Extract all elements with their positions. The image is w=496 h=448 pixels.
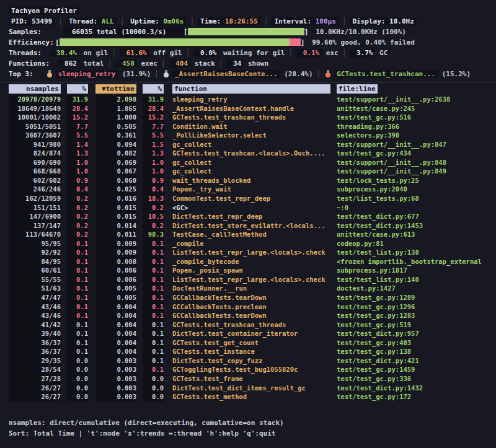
cell-file-line: test/test_gc.py:1296: [337, 302, 415, 312]
separator: │: [215, 59, 227, 68]
stat-value: 100µs: [316, 17, 336, 25]
table-row: 151/1510.20.0150.2<GC>~:0: [0, 203, 496, 213]
column-header-pct_cumulative[interactable]: %: [143, 84, 164, 94]
cell-nsamples: 3607/3607: [9, 131, 61, 140]
cell-pct-cumulative: 0.1: [143, 275, 164, 284]
cell-file-line: test/support/__init__.py:2638: [337, 95, 450, 104]
column-header-tottime[interactable]: ▼tottime: [95, 84, 136, 94]
stat-uptime: Uptime: 0m06s: [128, 17, 186, 25]
stat-pid: PID: 53499: [9, 17, 55, 25]
table-row: 246/2460.40.0250.4Popen._try_waitsubproc…: [0, 185, 496, 194]
cell-function: _compile: [172, 239, 330, 248]
functions-value: 862: [58, 59, 79, 68]
cell-pct-cumulative: 0.1: [143, 338, 164, 348]
cell-nsamples: 43/46: [9, 311, 61, 320]
cell-pct-direct: 0.2: [67, 230, 88, 239]
cell-file-line: threading.py:366: [337, 122, 399, 131]
cell-function: ListTest.test_repr_large.<locals>.check: [172, 248, 330, 257]
cell-pct-cumulative: 0.1: [143, 329, 164, 338]
table-header-row: nsamples%▼tottime%functionfile:line: [0, 84, 496, 95]
cell-nsamples: 113/64670: [9, 230, 61, 239]
cell-file-line: test/support/__init__.py:847: [337, 140, 446, 149]
table-row: 137/1470.20.0140.2DictTest.test_store_ev…: [0, 221, 496, 231]
cell-pct-direct: 15.2: [67, 113, 88, 122]
cell-pct-cumulative: 0.0: [143, 392, 164, 402]
threads-value: 0.1%: [296, 49, 322, 57]
threads-value: 61.6%: [120, 49, 149, 57]
cell-function: Popen._posix_spawn: [172, 266, 330, 275]
cell-pct-direct: 0.1: [67, 239, 88, 248]
cell-pct-cumulative: 1.0: [143, 167, 164, 176]
cell-function: _compile_bytecode: [172, 257, 330, 266]
cell-pct-cumulative: 0.1: [143, 302, 164, 312]
cell-pct-direct: 0.1: [67, 248, 88, 257]
cell-tottime: 0.005: [95, 284, 136, 293]
cell-tottime: 0.067: [95, 167, 136, 176]
column-header-pct_direct[interactable]: %: [67, 84, 88, 94]
cell-function: DocTestRunner.__run: [172, 284, 330, 293]
cell-tottime: 0.014: [95, 221, 136, 231]
samples-bar-close-bracket: ]: [304, 28, 309, 36]
functions-text: exec: [137, 59, 157, 68]
cell-file-line: test/test_dict.py:1453: [337, 221, 423, 231]
samples-rate-bar: [188, 28, 304, 35]
cell-file-line: test/test_gc.py:1289: [337, 293, 415, 302]
samples-total: 66035 total (10000.3/s): [63, 27, 184, 37]
cell-tottime: 0.003: [95, 356, 136, 366]
cell-file-line: test/test_dict.py:421: [337, 356, 419, 366]
cell-pct-direct: 1.4: [67, 140, 88, 149]
cell-function: GCCallbackTests.tearDown: [172, 311, 330, 320]
footer-keybindings: Sort: Total Time | 't':mode 'x':trends ↔…: [0, 428, 496, 439]
cell-file-line: selectors.py:398: [337, 131, 399, 140]
cell-pct-direct: 0.0: [67, 356, 88, 366]
stat-label: Uptime:: [130, 17, 163, 25]
samples-bar-open-bracket: [: [184, 28, 188, 36]
cell-tottime: 0.003: [95, 374, 136, 384]
column-header-nsamples[interactable]: nsamples: [9, 84, 61, 94]
cell-pct-direct: 0.1: [67, 320, 88, 330]
table-row: 147/69000.20.01510.5DictTest.test_repr_d…: [0, 212, 496, 221]
cell-nsamples: 18649/18649: [9, 104, 61, 113]
separator: │: [55, 17, 66, 25]
cell-file-line: test/test_dict.py:1432: [337, 384, 423, 393]
tachyon-profiler-screen: Tachyon Profiler PID: 53499│Thread: ALL│…: [0, 0, 496, 448]
column-header-file_line[interactable]: file:line: [337, 84, 378, 94]
group-label: Functions:: [9, 59, 50, 68]
cell-pct-direct: 0.2: [67, 203, 88, 213]
profile-table-body: 20978/2097931.92.09831.9sleeping_retryte…: [0, 95, 496, 402]
table-row: 18649/1864928.41.86528.4_AssertRaisesBas…: [0, 104, 496, 113]
cell-tottime: 2.098: [95, 95, 136, 104]
cell-nsamples: 51/63: [9, 284, 61, 293]
stat-value: 53499: [32, 17, 52, 25]
separator: │: [313, 70, 325, 78]
cell-nsamples: 824/874: [9, 149, 61, 158]
cell-pct-direct: 0.1: [67, 284, 88, 293]
cell-tottime: 0.003: [95, 392, 136, 402]
cell-pct-cumulative: 18.3: [143, 194, 164, 203]
cell-file-line: test/support/__init__.py:848: [337, 158, 446, 167]
cell-pct-cumulative: 0.0: [143, 384, 164, 393]
cell-function: GCTests.test_get_count: [172, 338, 330, 348]
cell-tottime: 0.009: [95, 248, 136, 257]
stat-value: 0m06s: [163, 17, 184, 25]
stat-value: 18:26:55: [225, 17, 258, 25]
cell-function: gc_collect: [172, 167, 330, 176]
cell-pct-direct: 1.0: [67, 167, 88, 176]
functions-value: 404: [169, 59, 191, 68]
separator: │: [260, 17, 272, 25]
cell-file-line: test/test_dict.py:957: [337, 329, 419, 338]
cell-nsamples: 95/95: [9, 239, 61, 248]
table-row: 92/920.10.0090.1ListTest.test_repr_large…: [0, 248, 496, 257]
cell-function: _PollLikeSelector.select: [172, 131, 330, 140]
table-row: 26/270.00.0030.0DictTest.test_dict_items…: [0, 384, 496, 393]
cell-pct-direct: 0.1: [67, 257, 88, 266]
cell-file-line: ~:0: [337, 203, 348, 213]
table-row: 28/540.00.0030.1GCTogglingTests.test_bug…: [0, 365, 496, 374]
cell-file-line: test/test_gc.py:336: [337, 374, 411, 384]
samples-line: Samples:66035 total (10000.3/s)[]10.0KHz…: [0, 27, 496, 37]
cell-file-line: unittest/case.py:613: [337, 230, 415, 239]
column-header-function[interactable]: function: [172, 84, 330, 94]
cell-nsamples: 27/28: [9, 374, 61, 384]
cell-function: GCTests.test_instance: [172, 347, 330, 356]
stat-value: 10.0Hz: [389, 17, 414, 25]
